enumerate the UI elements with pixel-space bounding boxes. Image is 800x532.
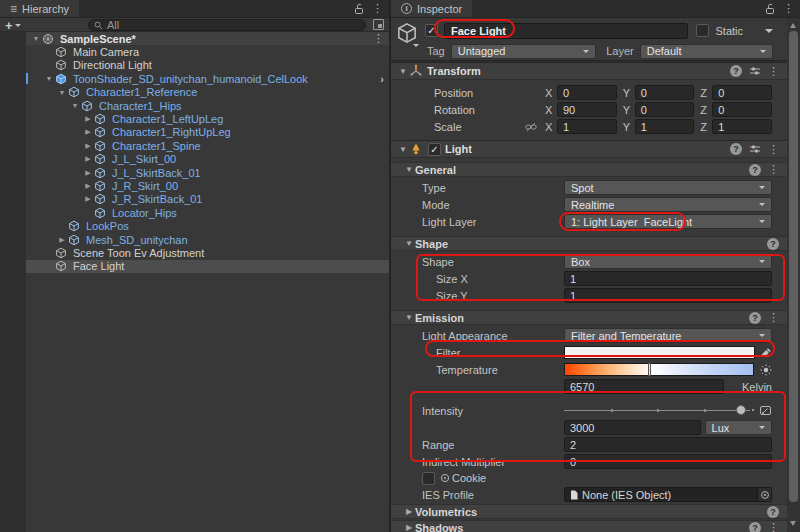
light-header[interactable]: ▼ ✓ Light ? ⋮ [391, 140, 787, 158]
rotation-y-field[interactable]: 0 [635, 102, 695, 117]
type-dropdown[interactable]: Spot [564, 180, 772, 195]
foldout-closed-icon[interactable]: ▶ [82, 115, 94, 123]
rotation-z-field[interactable]: 0 [712, 102, 772, 117]
tab-inspector[interactable]: i Inspector [391, 0, 472, 17]
foldout-open-icon[interactable]: ▼ [403, 239, 415, 248]
scroll-up-icon[interactable] [790, 23, 796, 28]
indirect-multiplier-field[interactable]: 0 [564, 454, 772, 469]
shape-section-header[interactable]: ▼ Shape ? [391, 236, 787, 251]
hierarchy-item[interactable]: Main Camera [26, 45, 389, 58]
foldout-closed-icon[interactable]: ▶ [403, 507, 415, 516]
temperature-handle[interactable] [648, 363, 651, 376]
foldout-open-icon[interactable]: ▼ [43, 75, 55, 82]
light-appearance-dropdown[interactable]: Filter and Temperature [564, 328, 772, 343]
help-icon[interactable]: ? [749, 164, 761, 176]
transform-header[interactable]: ▼ Transform ? ⋮ [391, 62, 787, 80]
light-meter-icon[interactable] [759, 404, 772, 417]
eyedropper-icon[interactable] [761, 347, 772, 358]
hierarchy-item[interactable]: ▶Character1_Spine [26, 139, 389, 152]
link-scale-icon[interactable] [525, 122, 537, 132]
help-icon[interactable]: ? [749, 312, 761, 324]
hierarchy-search-input[interactable]: All [88, 19, 366, 31]
hierarchy-item[interactable]: ▶Mesh_SD_unitychan [26, 233, 389, 246]
foldout-open-icon[interactable]: ▼ [30, 35, 42, 42]
section-menu-icon[interactable]: ⋮ [768, 312, 779, 323]
object-picker-icon[interactable] [758, 487, 772, 502]
unlock-icon[interactable] [765, 3, 775, 15]
intensity-slider[interactable] [564, 402, 772, 419]
hierarchy-item[interactable]: ▶Character1_RightUpLeg [26, 126, 389, 139]
temperature-slider[interactable] [564, 363, 754, 376]
light-layer-dropdown[interactable]: 1: Light Layer FaceLight [564, 214, 772, 229]
range-field[interactable]: 2 [564, 437, 772, 452]
hierarchy-item[interactable]: ▶J_L_Skirt_00 [26, 153, 389, 166]
hierarchy-item[interactable]: Face Light [26, 260, 389, 273]
scrollbar-thumb[interactable] [789, 31, 798, 502]
foldout-open-icon[interactable]: ▼ [403, 313, 415, 322]
emission-section-header[interactable]: ▼ Emission ?⋮ [391, 310, 787, 325]
foldout-open-icon[interactable]: ▼ [397, 67, 409, 76]
presets-icon[interactable] [749, 66, 761, 76]
position-z-field[interactable]: 0 [712, 85, 772, 100]
foldout-closed-icon[interactable]: ▶ [82, 182, 94, 190]
help-icon[interactable]: ? [767, 238, 779, 250]
intensity-unit-dropdown[interactable]: Lux [705, 420, 772, 435]
light-enabled-checkbox[interactable]: ✓ [428, 143, 441, 156]
position-y-field[interactable]: 0 [635, 85, 695, 100]
foldout-open-icon[interactable]: ▼ [397, 145, 409, 154]
shape-dropdown[interactable]: Box [564, 254, 772, 269]
rotation-x-field[interactable]: 90 [557, 102, 617, 117]
slider-handle[interactable] [736, 405, 746, 415]
help-icon[interactable]: ? [730, 143, 742, 155]
volumetrics-section-header[interactable]: ▶ Volumetrics ? [391, 504, 787, 519]
inspector-scrollbar[interactable] [787, 18, 800, 532]
hierarchy-scene-row[interactable]: ▼SampleScene*⋮ [26, 32, 389, 45]
scale-y-field[interactable]: 1 [635, 119, 695, 134]
search-window-icon[interactable] [373, 19, 384, 30]
foldout-open-icon[interactable]: ▼ [56, 89, 68, 96]
size-x-field[interactable]: 1 [564, 271, 772, 286]
static-checkbox[interactable] [696, 24, 709, 37]
foldout-closed-icon[interactable]: ▶ [82, 142, 94, 150]
static-caret-icon[interactable] [765, 29, 773, 33]
hierarchy-item[interactable]: ▶J_R_Skirt_00 [26, 179, 389, 192]
foldout-closed-icon[interactable]: ▶ [82, 169, 94, 177]
help-icon[interactable]: ? [767, 506, 779, 518]
mode-dropdown[interactable]: Realtime [564, 197, 772, 212]
scale-z-field[interactable]: 1 [712, 119, 772, 134]
active-checkbox[interactable]: ✓ [425, 24, 438, 37]
create-object-button[interactable]: + [5, 18, 21, 32]
position-x-field[interactable]: 0 [557, 85, 617, 100]
hierarchy-item[interactable]: Directional Light [26, 59, 389, 72]
general-section-header[interactable]: ▼ General ?⋮ [391, 162, 787, 177]
temperature-field[interactable]: 6570 [564, 379, 724, 394]
inspector-menu-icon[interactable]: ⋮ [783, 3, 794, 14]
gameobject-cube-icon[interactable] [396, 22, 418, 44]
hierarchy-menu-icon[interactable]: ⋮ [372, 3, 383, 14]
prefab-open-chevron-icon[interactable]: › [380, 73, 384, 85]
help-icon[interactable]: ? [730, 65, 742, 77]
unlock-icon[interactable] [354, 3, 364, 15]
help-icon[interactable]: ? [749, 522, 761, 532]
foldout-open-icon[interactable]: ▼ [403, 165, 415, 174]
scale-x-field[interactable]: 1 [557, 119, 617, 134]
shadows-section-header[interactable]: ▶ Shadows ?⋮ [391, 520, 787, 532]
foldout-closed-icon[interactable]: ▶ [403, 523, 415, 532]
scene-menu-icon[interactable]: ⋮ [373, 33, 384, 44]
name-field[interactable]: Face Light [444, 23, 688, 39]
foldout-closed-icon[interactable]: ▶ [82, 155, 94, 163]
layer-dropdown[interactable]: Default [640, 44, 773, 59]
hierarchy-item[interactable]: Locator_Hips [26, 206, 389, 219]
hierarchy-item[interactable]: ▼Character1_Hips [26, 99, 389, 112]
section-menu-icon[interactable]: ⋮ [768, 522, 779, 532]
ies-object-field[interactable]: None (IES Object) [564, 487, 758, 502]
hierarchy-item[interactable]: ▶J_R_SkirtBack_01 [26, 193, 389, 206]
hierarchy-item[interactable]: ▶J_L_SkirtBack_01 [26, 166, 389, 179]
hierarchy-item[interactable]: LookPos [26, 219, 389, 232]
foldout-closed-icon[interactable]: ▶ [56, 236, 68, 244]
foldout-closed-icon[interactable]: ▶ [82, 195, 94, 203]
hierarchy-item[interactable]: ▶Character1_LeftUpLeg [26, 112, 389, 125]
scroll-down-icon[interactable] [790, 521, 796, 526]
filter-color-swatch[interactable] [564, 346, 755, 359]
foldout-open-icon[interactable]: ▼ [69, 102, 81, 109]
